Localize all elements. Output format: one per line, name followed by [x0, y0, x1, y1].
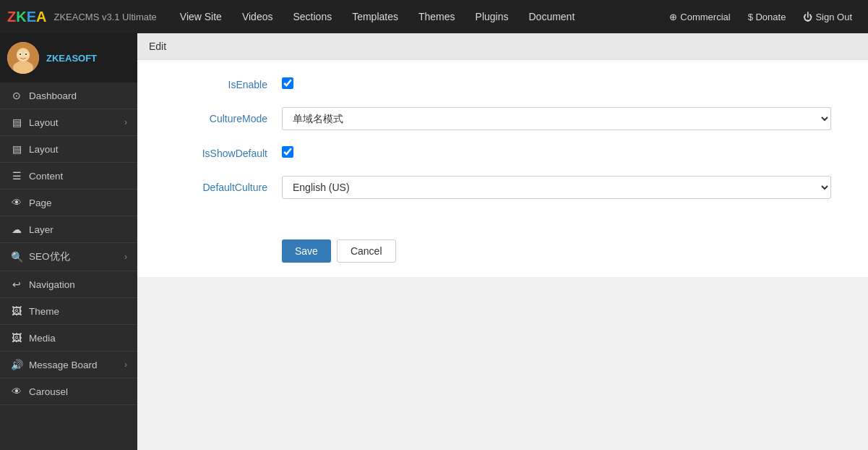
- sign-out-icon: ⏻: [803, 12, 812, 22]
- sidebar-item-theme[interactable]: 🖼 Theme: [0, 298, 137, 325]
- sidebar-username: ZKEASOFT: [46, 53, 97, 64]
- nav-plugins[interactable]: Plugins: [465, 0, 519, 33]
- sidebar-item-label: Layer: [29, 224, 53, 235]
- is-enable-label: IsEnable: [152, 79, 282, 90]
- seo-icon: 🔍: [10, 251, 23, 263]
- sidebar-item-label: Content: [29, 171, 63, 182]
- theme-icon: 🖼: [10, 305, 23, 317]
- save-button[interactable]: Save: [282, 239, 331, 263]
- media-icon: 🖼: [10, 332, 23, 344]
- button-row: Save Cancel: [137, 232, 868, 277]
- panel-header-title: Edit: [149, 41, 166, 52]
- svg-point-7: [25, 54, 27, 55]
- nav-donate[interactable]: $ Donate: [739, 0, 795, 33]
- nav-sections[interactable]: Sections: [283, 0, 342, 33]
- main-content: Edit IsEnable CultureMode 单域名模式: [137, 33, 868, 450]
- form-row-is-show-default: IsShowDefault: [152, 146, 854, 160]
- is-show-default-control: [282, 146, 831, 160]
- culture-mode-label: CultureMode: [152, 113, 282, 124]
- carousel-icon: 👁: [10, 386, 23, 397]
- layout-parent-icon: ▤: [10, 116, 23, 128]
- message-board-icon: 🔊: [10, 359, 23, 370]
- form-row-culture-mode: CultureMode 单域名模式 多域名模式: [152, 107, 854, 130]
- nav-sign-out[interactable]: ⏻ Sign Out: [794, 0, 861, 33]
- sidebar-item-label: Layout: [29, 144, 59, 155]
- logo-k: K: [16, 9, 26, 25]
- nav-themes[interactable]: Themes: [408, 0, 465, 33]
- avatar: [7, 42, 39, 74]
- avatar-face: [7, 42, 39, 74]
- sidebar-item-layer[interactable]: ☁ Layer: [0, 216, 137, 243]
- sidebar-item-navigation[interactable]: ↩ Navigation: [0, 271, 137, 298]
- logo-e: E: [27, 9, 36, 25]
- nav-items: View Site Videos Sections Templates Them…: [170, 0, 661, 33]
- layout-icon: ▤: [10, 143, 23, 155]
- sidebar-item-page[interactable]: 👁 Page: [0, 190, 137, 216]
- panel-header: Edit: [137, 33, 868, 60]
- svg-point-3: [17, 48, 30, 61]
- sidebar-item-label: Navigation: [29, 279, 75, 290]
- cancel-button[interactable]: Cancel: [337, 239, 396, 263]
- nav-commercial[interactable]: ⊕ Commercial: [661, 0, 739, 33]
- top-nav: ZKEA ZKEACMS v3.1 Ultimate View Site Vid…: [0, 0, 868, 33]
- is-show-default-checkbox[interactable]: [282, 146, 293, 158]
- sidebar-item-layout[interactable]: ▤ Layout: [0, 136, 137, 163]
- content-icon: ☰: [10, 170, 23, 182]
- sidebar-item-layout-parent[interactable]: ▤ Layout ›: [0, 109, 137, 136]
- default-culture-label: DefaultCulture: [152, 182, 282, 193]
- layer-icon: ☁: [10, 224, 23, 235]
- sidebar: ZKEASOFT ⊙ Dashboard ▤ Layout › ▤ Layout…: [0, 33, 137, 450]
- sidebar-item-label: SEO优化: [29, 250, 70, 263]
- nav-document[interactable]: Document: [518, 0, 585, 33]
- sidebar-item-label: Media: [29, 333, 56, 344]
- default-culture-control: English (US) Chinese (Simplified) French…: [282, 176, 831, 199]
- sidebar-item-label: Theme: [29, 306, 59, 317]
- is-show-default-label: IsShowDefault: [152, 148, 282, 159]
- form-body: IsEnable CultureMode 单域名模式 多域名模式: [137, 60, 868, 232]
- commercial-label: Commercial: [680, 12, 730, 22]
- sidebar-item-label: Layout: [29, 117, 59, 128]
- sidebar-item-content[interactable]: ☰ Content: [0, 163, 137, 190]
- svg-point-6: [20, 54, 21, 55]
- nav-view-site[interactable]: View Site: [170, 0, 232, 33]
- form-row-is-enable: IsEnable: [152, 77, 854, 91]
- page-icon: 👁: [10, 197, 23, 208]
- chevron-right-icon: ›: [124, 117, 127, 127]
- culture-mode-select[interactable]: 单域名模式 多域名模式: [282, 107, 831, 130]
- sidebar-item-seo[interactable]: 🔍 SEO优化 ›: [0, 243, 137, 271]
- nav-videos[interactable]: Videos: [232, 0, 283, 33]
- nav-templates[interactable]: Templates: [342, 0, 408, 33]
- logo-a: A: [36, 9, 46, 25]
- sidebar-item-dashboard[interactable]: ⊙ Dashboard: [0, 82, 137, 109]
- sidebar-item-label: Page: [29, 198, 52, 208]
- donate-label: $ Donate: [748, 12, 786, 22]
- commercial-icon: ⊕: [669, 12, 677, 22]
- sidebar-item-label: Dashboard: [29, 90, 77, 101]
- sidebar-item-media[interactable]: 🖼 Media: [0, 325, 137, 352]
- right-items: ⊕ Commercial $ Donate ⏻ Sign Out: [661, 0, 861, 33]
- chevron-right-icon: ›: [124, 252, 127, 262]
- form-row-default-culture: DefaultCulture English (US) Chinese (Sim…: [152, 176, 854, 199]
- is-enable-checkbox[interactable]: [282, 77, 293, 89]
- default-culture-select[interactable]: English (US) Chinese (Simplified) French…: [282, 176, 831, 199]
- logo-z: Z: [7, 9, 16, 25]
- sidebar-item-label: Message Board: [29, 360, 98, 370]
- sidebar-item-message-board[interactable]: 🔊 Message Board ›: [0, 352, 137, 378]
- navigation-icon: ↩: [10, 279, 23, 290]
- chevron-right-icon: ›: [124, 360, 127, 370]
- sidebar-item-label: Carousel: [29, 386, 68, 397]
- dashboard-icon: ⊙: [10, 90, 23, 101]
- sidebar-item-carousel[interactable]: 👁 Carousel: [0, 378, 137, 405]
- content-panel: Edit IsEnable CultureMode 单域名模式: [137, 33, 868, 277]
- sidebar-profile: ZKEASOFT: [0, 33, 137, 82]
- logo: ZKEA: [7, 9, 46, 25]
- sign-out-label: Sign Out: [815, 12, 852, 22]
- is-enable-control: [282, 77, 831, 91]
- page-layout: ZKEASOFT ⊙ Dashboard ▤ Layout › ▤ Layout…: [0, 33, 868, 450]
- cms-version: ZKEACMS v3.1 Ultimate: [53, 12, 156, 22]
- culture-mode-control: 单域名模式 多域名模式: [282, 107, 831, 130]
